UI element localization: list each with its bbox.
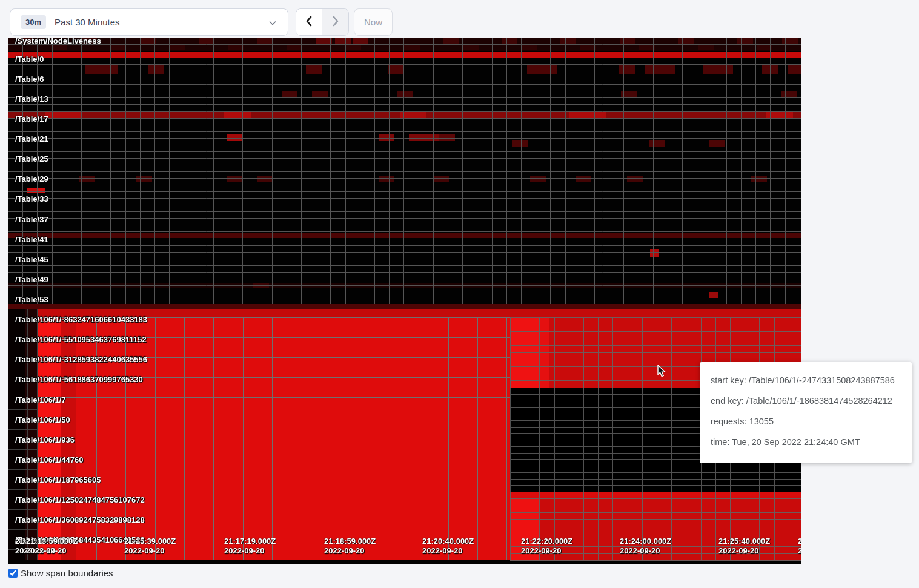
heatmap-canvas[interactable] [8,38,801,564]
tooltip-time: time: Tue, 20 Sep 2022 21:24:40 GMT [711,437,901,447]
chevron-down-icon [268,19,277,30]
now-button[interactable]: Now [354,8,393,36]
toolbar: 30m Past 30 Minutes Now [0,0,919,38]
duration-badge: 30m [21,15,46,29]
chevron-left-icon [304,15,314,30]
range-label: Past 30 Minutes [55,17,120,27]
key-visualizer[interactable]: /System/NodeLiveness/Table/0/Table/6/Tab… [8,38,801,564]
tooltip-start-key: start key: /Table/106/1/-247433150824388… [711,375,901,385]
show-span-boundaries-checkbox[interactable] [8,569,18,578]
page: { "toolbar": { "duration_badge": "30m", … [0,0,919,588]
next-time-button[interactable] [322,9,348,35]
time-nav-group [296,8,349,36]
tooltip-end-key: end key: /Table/106/1/-18683814745282642… [711,396,901,406]
prev-time-button[interactable] [296,9,322,35]
footer: Show span boundaries [8,568,113,578]
tooltip-requests: requests: 13055 [711,417,901,426]
time-range-dropdown[interactable]: 30m Past 30 Minutes [10,8,288,36]
chevron-right-icon [331,15,340,30]
tooltip: start key: /Table/106/1/-247433150824388… [700,362,912,463]
show-span-boundaries-label: Show span boundaries [21,568,113,578]
